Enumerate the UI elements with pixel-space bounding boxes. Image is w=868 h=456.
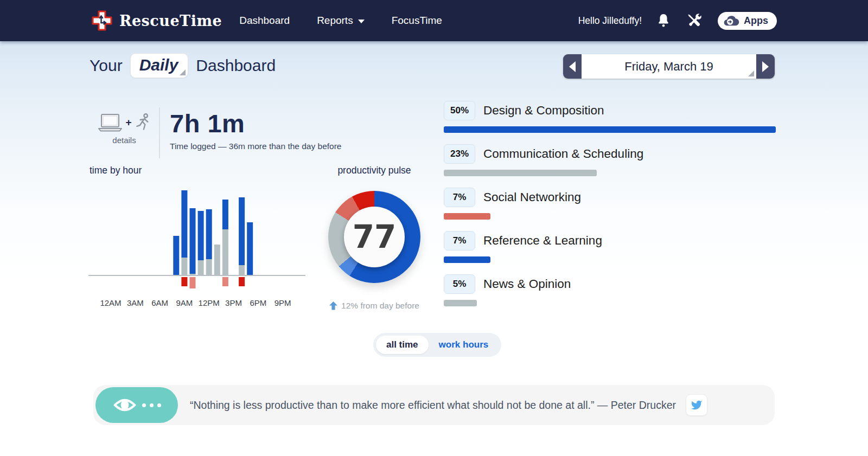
category-bar: [444, 126, 776, 133]
navbar: RescueTime DashboardReportsFocusTime Hel…: [0, 0, 868, 41]
toggle-all-time[interactable]: all time: [376, 336, 429, 354]
time-logged-value: 7h 1m: [170, 108, 342, 138]
apps-button[interactable]: Apps: [718, 12, 777, 30]
corner-triangle-icon: [180, 69, 186, 75]
category-percent-badge: 23%: [444, 144, 475, 164]
next-day-button[interactable]: [756, 54, 775, 79]
settings-tools-icon[interactable]: [685, 11, 704, 30]
eye-icon: [113, 396, 137, 414]
quote-text: “Nothing is less productive than to make…: [190, 399, 676, 412]
quote-bar: “Nothing is less productive than to make…: [93, 385, 775, 425]
page-title: Your Daily Dashboard: [90, 53, 276, 78]
category-label[interactable]: Communication & Scheduling: [483, 147, 643, 161]
hour-bar-productive: [198, 211, 204, 260]
nav-item-focustime[interactable]: FocusTime: [392, 15, 442, 27]
productivity-pulse-title: productivity pulse: [326, 165, 423, 176]
date-label: Friday, March 19: [624, 60, 713, 74]
category-percent-badge: 7%: [444, 231, 475, 251]
nav-links: DashboardReportsFocusTime: [239, 15, 442, 27]
time-logged-summary: + d: [90, 107, 342, 158]
category-label[interactable]: Social Networking: [483, 190, 581, 204]
date-navigator: Friday, March 19: [563, 54, 775, 79]
pulse-delta: 12% from day before: [320, 301, 429, 311]
x-axis-label: 9AM: [176, 298, 193, 307]
category-bar: [444, 256, 490, 263]
category-percent-badge: 50%: [444, 101, 475, 120]
category-label[interactable]: News & Opinion: [483, 277, 571, 291]
cloud-arrow-icon: [723, 15, 739, 27]
category-label[interactable]: Reference & Learning: [483, 234, 602, 248]
x-axis-label: 3PM: [225, 298, 242, 307]
time-filter-toggle: all time work hours: [373, 333, 501, 357]
hour-bar-productive: [190, 208, 196, 274]
category-row: 7%Reference & Learning: [444, 231, 776, 268]
nav-item-dashboard[interactable]: Dashboard: [239, 15, 290, 27]
hour-bar-neutral: [198, 260, 204, 275]
hour-bar-distracting: [181, 277, 187, 286]
category-row: 7%Social Networking: [444, 188, 776, 224]
hour-bar-neutral: [214, 245, 220, 275]
chevron-down-icon: [358, 20, 365, 23]
quote-menu-button[interactable]: [95, 387, 178, 423]
hour-bar-productive: [239, 197, 245, 265]
plus-sign: +: [125, 117, 131, 129]
title-prefix: Your: [90, 56, 123, 75]
category-percent-badge: 5%: [444, 274, 475, 294]
x-axis-label: 6PM: [250, 298, 266, 307]
category-label[interactable]: Design & Composition: [483, 104, 604, 118]
title-suffix: Dashboard: [196, 56, 276, 75]
laptop-icon: [98, 113, 123, 132]
category-percent-badge: 7%: [444, 188, 475, 207]
details-link[interactable]: details: [90, 136, 159, 145]
date-field[interactable]: Friday, March 19: [582, 54, 756, 79]
hour-bar-neutral: [206, 259, 212, 275]
twitter-icon: [691, 399, 703, 411]
corner-triangle-icon: [748, 70, 754, 76]
user-greeting: Hello Jilleduffy!: [578, 15, 642, 27]
ellipsis-icon: [142, 403, 161, 407]
details-link-icons[interactable]: +: [90, 113, 159, 132]
hour-bar-productive: [173, 236, 179, 275]
hour-bar-neutral: [181, 258, 187, 275]
category-row: 50%Design & Composition: [444, 101, 776, 138]
rescuetime-logo[interactable]: RescueTime: [91, 10, 222, 31]
category-bar: [444, 300, 477, 306]
hour-bar-distracting: [190, 277, 196, 288]
time-by-hour-title: time by hour: [90, 165, 142, 176]
category-bar: [444, 170, 597, 176]
hour-bar-productive: [222, 200, 228, 229]
hour-bar-productive: [206, 209, 212, 259]
productivity-pulse-donut: 77: [328, 191, 420, 283]
donut-center: 77: [344, 207, 405, 267]
category-row: 5%News & Opinion: [444, 274, 776, 311]
hour-bar-productive: [181, 190, 187, 258]
time-logged-note: Time logged — 36m more than the day befo…: [170, 142, 342, 151]
pulse-delta-text: 12% from day before: [341, 301, 419, 311]
runner-icon: [135, 113, 151, 132]
x-axis-label: 3AM: [127, 298, 144, 307]
x-axis-label: 12AM: [100, 298, 121, 307]
toggle-work-hours[interactable]: work hours: [429, 336, 499, 354]
arrow-right-icon: [762, 61, 769, 72]
period-selector[interactable]: Daily: [130, 53, 189, 78]
hour-bar-distracting: [239, 277, 245, 286]
hour-bar-neutral: [222, 229, 228, 275]
x-axis-label: 12PM: [199, 298, 220, 307]
hour-bar-distracting: [222, 277, 228, 286]
hour-bar-neutral: [239, 265, 245, 275]
category-list: 50%Design & Composition23%Communication …: [444, 101, 776, 318]
x-axis-label: 9PM: [275, 298, 291, 307]
brand-name: RescueTime: [119, 12, 222, 29]
pulse-score: 77: [353, 219, 397, 255]
notifications-bell-icon[interactable]: [656, 12, 671, 29]
x-axis-label: 6AM: [151, 298, 168, 307]
arrow-left-icon: [569, 61, 576, 72]
period-selector-value: Daily: [139, 56, 178, 74]
rescuetime-cross-icon: [91, 10, 113, 31]
hour-bar-productive: [247, 222, 253, 275]
time-by-hour-chart: 12AM3AM6AM9AM12PM3PM6PM9PM: [88, 179, 307, 316]
dashboard-page: Your Daily Dashboard Friday, March 19: [0, 41, 868, 456]
tweet-quote-button[interactable]: [686, 394, 707, 416]
previous-day-button[interactable]: [563, 54, 582, 79]
nav-item-reports[interactable]: Reports: [317, 15, 365, 27]
